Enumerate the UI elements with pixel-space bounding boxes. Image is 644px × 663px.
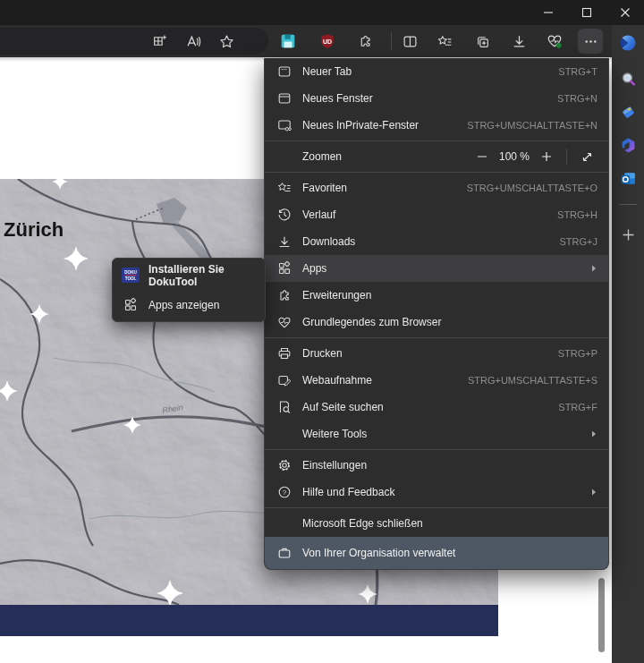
chevron-right-icon: [590, 488, 597, 497]
sidebar-microsoft-365-button[interactable]: [615, 132, 640, 157]
menu-item-label: Downloads: [302, 235, 560, 248]
menu-item-close-edge[interactable]: Microsoft Edge schließen: [265, 510, 608, 537]
extensions-button[interactable]: [352, 29, 377, 54]
menu-item-settings[interactable]: Einstellungen: [265, 452, 608, 479]
menu-item-label: Verlauf: [302, 208, 557, 221]
address-bar[interactable]: [0, 28, 268, 55]
menu-item-web-capture[interactable]: WebaufnahmeSTRG+UMSCHALTTASTE+S: [265, 367, 608, 394]
chevron-right-icon: [590, 264, 597, 273]
extensions-puzzle-icon: [277, 288, 292, 302]
scrollbar[interactable]: [598, 578, 605, 652]
fullscreen-button[interactable]: [576, 146, 597, 167]
sidebar-divider: [619, 204, 637, 205]
menu-item-more-tools[interactable]: Weitere Tools: [265, 421, 608, 447]
zoom-out-button[interactable]: [471, 146, 493, 167]
submenu-item-install-dokutool[interactable]: DOKUTOOLInstallieren Sie DokuTool: [113, 260, 265, 290]
menu-item-shortcut: STRG+P: [558, 348, 597, 359]
chevron-right-icon: [590, 429, 597, 438]
menu-item-new-window[interactable]: Neues FensterSTRG+N: [265, 85, 608, 112]
essentials-dot-icon: [547, 33, 563, 49]
close-icon: [620, 7, 631, 18]
menu-item-apps[interactable]: Apps: [265, 255, 608, 282]
menu-item-downloads[interactable]: DownloadsSTRG+J: [265, 228, 608, 255]
svg-text:TOOL: TOOL: [125, 276, 137, 281]
menu-item-shortcut: STRG+N: [557, 93, 597, 104]
menu-item-label: Microsoft Edge schließen: [302, 517, 597, 530]
maximize-button[interactable]: [567, 0, 606, 25]
menu-item-zoom[interactable]: Zoomen100 %: [265, 143, 608, 170]
menu-item-label: Von Ihrer Organisation verwaltet: [302, 547, 455, 559]
svg-text:DOKU: DOKU: [124, 270, 137, 275]
favorite-star-icon: [219, 34, 234, 49]
menu-item-history[interactable]: VerlaufSTRG+H: [265, 201, 608, 228]
inprivate-icon: [277, 118, 292, 132]
menu-item-label: Neuer Tab: [302, 65, 558, 78]
workspaces-button[interactable]: [147, 29, 172, 54]
add-to-sidebar-button[interactable]: [615, 222, 640, 247]
menu-item-help-feedback[interactable]: ?Hilfe und Feedback: [265, 479, 608, 506]
new-tab-icon: [277, 64, 292, 79]
read-aloud-icon: [186, 34, 201, 49]
menu-item-label: Einstellungen: [302, 459, 597, 472]
sidebar-search-icon: [620, 71, 637, 88]
submenu-item-show-apps[interactable]: Apps anzeigen: [113, 290, 265, 319]
menu-item-new-tab[interactable]: Neuer TabSTRG+T: [265, 58, 608, 85]
menu-item-browser-essentials[interactable]: Grundlegendes zum Browser: [265, 309, 608, 336]
menu-item-label: Neues InPrivate-Fenster: [302, 119, 467, 132]
outlook-icon: [620, 170, 637, 187]
menu-item-print[interactable]: DruckenSTRG+P: [265, 340, 608, 367]
find-icon: [277, 400, 292, 414]
split-screen-icon: [402, 34, 418, 49]
toolbar-divider: [391, 32, 392, 50]
extensions-puzzle-icon: [358, 34, 373, 49]
plus-icon: [622, 228, 635, 242]
downloads-button[interactable]: [506, 29, 531, 54]
toolbar: UD: [0, 25, 612, 57]
read-aloud-button[interactable]: [181, 29, 206, 54]
add-favorite-button[interactable]: [214, 29, 239, 54]
close-button[interactable]: [606, 0, 644, 25]
m365-icon: [620, 137, 637, 154]
ublock-extension-button[interactable]: UD: [315, 29, 340, 54]
menu-item-label: Grundlegendes zum Browser: [302, 316, 597, 328]
menu-item-favorites[interactable]: FavoritenSTRG+UMSCHALTTASTE+O: [265, 174, 608, 201]
sidebar-copilot-button[interactable]: [615, 30, 640, 55]
minimize-button[interactable]: [529, 0, 567, 25]
menu-item-label: Apps: [302, 262, 590, 275]
settings-and-more-button[interactable]: [578, 29, 603, 54]
browser-window: UD: [0, 0, 644, 663]
menu-item-managed-by-org[interactable]: Von Ihrer Organisation verwaltet: [265, 537, 608, 569]
browser-essentials-button[interactable]: [542, 29, 567, 54]
split-screen-button[interactable]: [397, 29, 422, 54]
workspaces-icon: [152, 34, 167, 49]
collections-button[interactable]: [470, 29, 495, 54]
favorites-bar-icon: [437, 34, 453, 49]
sidebar-shopping-button[interactable]: [615, 99, 640, 124]
apps-submenu: DOKUTOOLInstallieren Sie DokuToolApps an…: [112, 258, 266, 322]
edge-more-menu: Neuer TabSTRG+TNeues FensterSTRG+NNeues …: [264, 58, 609, 570]
shopping-icon: [620, 104, 637, 121]
download-icon: [512, 34, 527, 49]
menu-item-label: Zoomen: [302, 150, 471, 163]
menu-separator: [265, 449, 608, 450]
menu-item-label: Webaufnahme: [302, 374, 468, 387]
dokutool-logo: DOKUTOOL: [122, 268, 140, 283]
save-extension-button[interactable]: [275, 29, 301, 54]
favorites-button[interactable]: [432, 29, 457, 54]
window-controls: [529, 0, 644, 25]
zoom-in-button[interactable]: [536, 146, 557, 167]
zoom-value: 100 %: [496, 150, 532, 163]
download-icon: [277, 234, 292, 249]
menu-item-extensions[interactable]: Erweiterungen: [265, 282, 608, 309]
menu-item-label: Drucken: [302, 347, 558, 360]
print-icon: [277, 346, 292, 361]
sidebar-outlook-button[interactable]: [615, 166, 640, 191]
title-bar: [0, 0, 644, 25]
menu-item-find-on-page[interactable]: Auf Seite suchenSTRG+F: [265, 394, 608, 421]
menu-separator: [265, 507, 608, 508]
submenu-item-label: Apps anzeigen: [148, 299, 219, 311]
menu-item-label: Favoriten: [302, 182, 467, 194]
save-extension-icon: [280, 33, 296, 49]
menu-item-new-inprivate-window[interactable]: Neues InPrivate-FensterSTRG+UMSCHALTTAST…: [265, 112, 608, 139]
sidebar-search-button[interactable]: [615, 66, 640, 91]
